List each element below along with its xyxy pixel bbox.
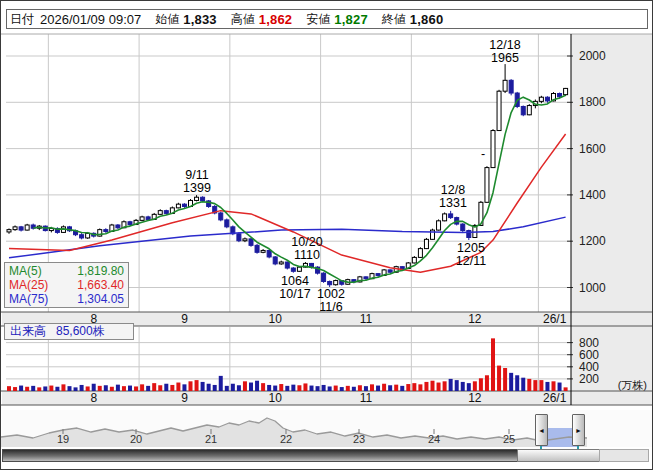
volume-bar — [424, 382, 428, 391]
volume-bar — [449, 379, 453, 391]
scrollbar-track-left[interactable] — [2, 449, 518, 462]
stock-chart-app: 日付 2026/01/09 09:07 始値 1,833 高値 1,862 安値… — [0, 0, 653, 470]
x-axis-label: 9 — [181, 312, 188, 326]
candle-body — [400, 267, 404, 269]
volume-bar — [55, 387, 59, 391]
candle-body — [503, 80, 507, 91]
nav-year-label: 25 — [503, 433, 515, 445]
volume-bar — [473, 381, 477, 391]
volume-bar — [539, 380, 543, 391]
nav-year-label: 22 — [280, 433, 292, 445]
x-axis-label: 12 — [468, 391, 482, 405]
ma5-value: 1,819.80 — [77, 264, 124, 278]
volume-bar — [455, 380, 459, 391]
volume-bar — [249, 383, 253, 391]
volume-axis-label: 400 — [579, 360, 599, 374]
volume-bar — [158, 385, 162, 391]
candle-body — [485, 168, 489, 203]
nav-year-label: 21 — [205, 433, 217, 445]
volume-bar — [285, 386, 289, 391]
candle-body — [140, 217, 144, 220]
volume-bar — [43, 386, 47, 391]
volume-bar — [443, 381, 447, 391]
volume-bar — [267, 385, 271, 391]
volume-bar — [31, 386, 35, 391]
chart-annotation: - — [481, 147, 485, 161]
volume-bar — [382, 384, 386, 391]
candle-body — [461, 224, 465, 230]
volume-bar — [225, 386, 229, 391]
volume-bar — [134, 386, 138, 391]
volume-bar — [207, 384, 211, 391]
volume-bar — [485, 375, 489, 391]
nav-year-label: 19 — [57, 433, 69, 445]
x-axis-label: 10 — [269, 312, 283, 326]
volume-bar — [303, 383, 307, 391]
volume-bar — [509, 373, 513, 391]
chart-annotation: 100211/6 — [317, 287, 345, 314]
candle-body — [80, 235, 84, 238]
volume-bar — [201, 382, 205, 391]
candle-body — [255, 245, 259, 252]
candle-body — [182, 204, 186, 206]
volume-bar — [243, 381, 247, 391]
ma25-value: 1,663.40 — [77, 278, 124, 292]
price-axis-label: 2000 — [579, 49, 606, 63]
volume-bar — [418, 384, 422, 391]
nav-left-handle[interactable]: ◄ — [535, 414, 548, 446]
left-arrow-icon: ◄ — [538, 427, 545, 434]
volume-bar — [497, 366, 501, 391]
candle-body — [539, 97, 543, 101]
volume-bar — [92, 384, 96, 391]
volume-bar — [527, 379, 531, 391]
volume-bar — [316, 386, 320, 391]
volume-bar — [388, 385, 392, 391]
volume-legend: 出来高 85,600株 — [4, 323, 134, 340]
volume-bar — [346, 386, 350, 391]
price-axis-label: 1000 — [579, 281, 606, 295]
volume-bar — [340, 387, 344, 391]
candle-body — [279, 262, 283, 264]
volume-bar — [25, 387, 29, 391]
horizontal-scrollbar[interactable] — [2, 449, 652, 462]
volume-bar — [515, 375, 519, 391]
volume-bar — [170, 385, 174, 391]
volume-bar — [189, 381, 193, 391]
ma75-legend-row: MA(75) 1,304.05 — [5, 292, 128, 306]
candle-body — [509, 80, 513, 93]
candle-body — [322, 273, 326, 281]
candle-body — [558, 94, 562, 97]
volume-bar — [176, 383, 180, 391]
volume-axis-label: 600 — [579, 348, 599, 362]
candle-body — [364, 277, 368, 279]
ma-legend: MA(5) 1,819.80 MA(25) 1,663.40 MA(75) 1,… — [4, 262, 129, 308]
volume-bar — [370, 384, 374, 391]
volume-bar — [479, 378, 483, 391]
nav-year-label: 23 — [353, 433, 365, 445]
volume-bar — [80, 385, 84, 391]
scrollbar-track-right[interactable] — [599, 449, 649, 462]
scrollbar-thumb[interactable] — [517, 449, 600, 462]
volume-bar — [273, 386, 277, 391]
volume-axis-unit: (万株) — [618, 379, 647, 391]
candle-body — [291, 268, 295, 271]
x-axis-label: 8 — [90, 391, 97, 405]
candle-body — [146, 217, 150, 220]
chart-annotation: 10/201110 — [291, 235, 322, 262]
candle-body — [388, 270, 392, 272]
nav-right-handle[interactable]: ► — [572, 414, 585, 446]
volume-bar — [467, 383, 471, 391]
chart-canvas: 100012001400160018002000200400600800(万株)… — [1, 1, 653, 470]
volume-bar — [322, 385, 326, 391]
candle-body — [273, 257, 277, 264]
x-axis-label: 11 — [360, 391, 373, 405]
candle-body — [443, 214, 447, 221]
candle-body — [164, 211, 168, 214]
candle-body — [25, 225, 29, 230]
volume-bar — [431, 381, 435, 391]
volume-bar — [334, 386, 338, 391]
candle-body — [297, 267, 301, 271]
price-axis-label: 1800 — [579, 95, 606, 109]
volume-bar — [552, 381, 556, 391]
volume-bar — [521, 378, 525, 391]
